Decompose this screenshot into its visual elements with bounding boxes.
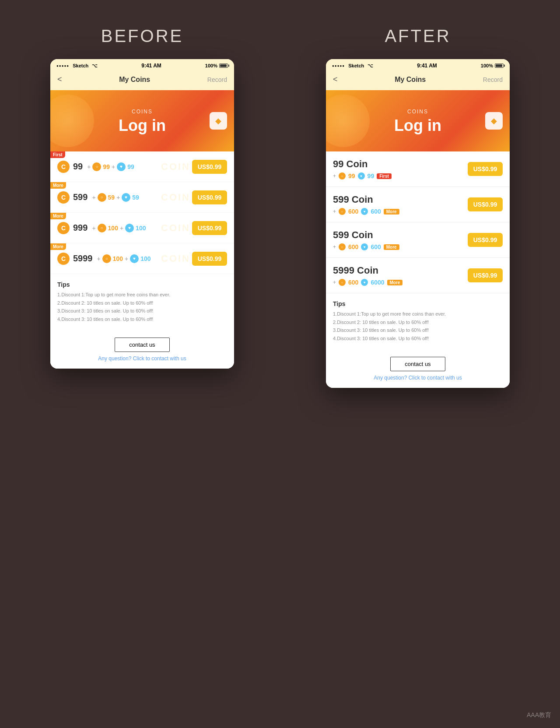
before-status-right: 100%: [205, 63, 228, 68]
before-coin-item-3: More COIN C 5999 + ○ 100 + ♥ 100 US$0.99: [50, 243, 234, 274]
after-bonus-blue-icon-0: ♥: [358, 172, 365, 179]
after-phone-frame: ●●●●● Sketch ⌥ 9:41 AM 100% < My Coins R…: [326, 59, 510, 388]
before-back-button[interactable]: <: [57, 75, 62, 84]
before-hero-coins-label: COINS: [132, 109, 153, 115]
after-hero-banner: COINS Log in ◆: [326, 90, 510, 151]
after-status-right: 100%: [481, 63, 504, 68]
after-coin-sub-1: + ○ 600 ♥ 600 More: [333, 208, 468, 215]
after-contact-link[interactable]: Any question? Click to contact with us: [374, 375, 462, 381]
after-tips-title: Tips: [333, 300, 503, 307]
before-hero-diamond-btn[interactable]: ◆: [210, 112, 227, 130]
after-bonus-orange-2: 600: [348, 243, 358, 250]
before-nav-bar: < My Coins Record: [50, 70, 234, 90]
after-coin-info-1: 599 Coin + ○ 600 ♥ 600 More: [333, 194, 468, 215]
before-bonus-blue-icon-0: ♥: [117, 162, 126, 171]
after-bonus-blue-1: 600: [371, 208, 381, 215]
after-bonus-blue-0: 99: [368, 172, 374, 179]
before-battery-icon: [219, 63, 228, 68]
before-tip-0: 1.Discount 1:Top up to get more free coi…: [57, 291, 227, 299]
before-badge-0: First: [50, 151, 65, 158]
before-hero-login-text: Log in: [119, 116, 166, 135]
after-time: 9:41 AM: [417, 63, 437, 69]
before-hero-banner: COINS Log in ◆: [50, 90, 234, 151]
after-column: AFTER ●●●●● Sketch ⌥ 9:41 AM 100% < My C…: [293, 26, 542, 388]
before-coin-icons-2: C 999 + ○ 100 + ♥ 100: [57, 222, 192, 234]
before-bonus-orange-icon-0: ○: [92, 162, 101, 171]
before-tips-section: Tips 1.Discount 1:Top up to get more fre…: [50, 274, 234, 331]
before-amount-1: 599: [73, 192, 88, 202]
before-amount-3: 5999: [73, 253, 93, 264]
after-coin-sub-3: + ○ 600 ♥ 6000 More: [333, 279, 468, 286]
before-bonus-blue-icon-3: ♥: [130, 254, 139, 263]
after-bonus-orange-3: 600: [348, 279, 358, 286]
after-bonus-blue-icon-3: ♥: [361, 279, 368, 286]
after-badge-2: More: [384, 244, 399, 250]
after-bonus-orange-icon-0: ○: [339, 172, 346, 179]
after-hero-coins-label: COINS: [407, 109, 428, 115]
after-status-left: ●●●●● Sketch ⌥: [332, 63, 373, 69]
after-bonus-blue-2: 600: [371, 243, 381, 250]
after-badge-1: More: [384, 209, 399, 215]
before-nav-title: My Coins: [119, 76, 150, 84]
after-tip-3: 4.Discount 3: 10 titles on sale. Up to 6…: [333, 334, 503, 343]
after-buy-btn-3[interactable]: US$0.99: [468, 268, 503, 282]
after-coin-info-2: 599 Coin + ○ 600 ♥ 600 More: [333, 229, 468, 250]
after-signal-dots: ●●●●●: [332, 64, 345, 68]
after-record-button[interactable]: Record: [483, 76, 503, 83]
after-bonus-orange-icon-3: ○: [339, 279, 346, 286]
before-tip-1: 2.Discount 2: 10 titles on sale. Up to 6…: [57, 299, 227, 307]
after-battery-icon: [495, 63, 504, 68]
after-coin-info-3: 5999 Coin + ○ 600 ♥ 6000 More: [333, 265, 468, 286]
before-buy-btn-2[interactable]: US$0.99: [192, 221, 227, 235]
after-nav-title: My Coins: [395, 76, 426, 84]
before-buy-btn-1[interactable]: US$0.99: [192, 190, 227, 204]
before-column: BEFORE ●●●●● Sketch ⌥ 9:41 AM 100% < My …: [18, 26, 267, 369]
before-status-bar: ●●●●● Sketch ⌥ 9:41 AM 100%: [50, 59, 234, 70]
after-coin-name-2: 599 Coin: [333, 229, 468, 241]
before-tips-text: 1.Discount 1:Top up to get more free coi…: [57, 291, 227, 324]
before-label: BEFORE: [101, 26, 183, 46]
after-coin-name-0: 99 Coin: [333, 158, 468, 170]
after-contact-button[interactable]: contact us: [390, 357, 445, 371]
before-contact-section: contact us Any question? Click to contac…: [50, 331, 234, 369]
before-battery-pct: 100%: [205, 63, 217, 68]
after-buy-btn-1[interactable]: US$0.99: [468, 197, 503, 211]
after-contact-section: contact us Any question? Click to contac…: [326, 350, 510, 388]
before-contact-link[interactable]: Any question? Click to contact with us: [98, 355, 186, 362]
before-signal-dots: ●●●●●: [56, 64, 69, 68]
after-buy-btn-0[interactable]: US$0.99: [468, 162, 503, 176]
before-buy-btn-0[interactable]: US$0.99: [192, 160, 227, 174]
after-coin-sub-0: + ○ 99 ♥ 99 First: [333, 172, 468, 179]
before-bonus-blue-1: 59: [132, 194, 139, 201]
after-coin-item-1: 599 Coin + ○ 600 ♥ 600 More US$0.99: [326, 187, 510, 222]
before-bonus-orange-3: 100: [113, 255, 123, 262]
before-bonus-blue-3: 100: [140, 255, 150, 262]
before-wifi-icon: ⌥: [92, 63, 98, 69]
after-hero-login-text: Log in: [394, 116, 441, 135]
after-bonus-orange-1: 600: [348, 208, 358, 215]
after-coin-info-0: 99 Coin + ○ 99 ♥ 99 First: [333, 158, 468, 179]
after-badge-3: More: [387, 280, 403, 285]
after-nav-bar: < My Coins Record: [326, 70, 510, 90]
before-coin-icon-1: C: [57, 191, 70, 204]
after-wifi-icon: ⌥: [368, 63, 373, 69]
after-coin-item-3: 5999 Coin + ○ 600 ♥ 6000 More US$0.99: [326, 258, 510, 293]
before-record-button[interactable]: Record: [207, 76, 227, 83]
after-tip-0: 1.Discount 1:Top up to get more free coi…: [333, 310, 503, 318]
after-back-button[interactable]: <: [333, 75, 338, 84]
aaa-watermark: AAA教育: [527, 711, 551, 719]
before-badge-2: More: [50, 213, 66, 219]
before-buy-btn-3[interactable]: US$0.99: [192, 252, 227, 266]
before-amount-2: 999: [73, 223, 88, 233]
after-buy-btn-2[interactable]: US$0.99: [468, 233, 503, 247]
after-hero-diamond-btn[interactable]: ◆: [485, 112, 503, 130]
before-bonus-blue-0: 99: [127, 163, 134, 170]
before-coin-list: First COIN C 99 + ○ 99 + ♥ 99 US$0.99: [50, 151, 234, 274]
after-coin-list: 99 Coin + ○ 99 ♥ 99 First US$0.99: [326, 151, 510, 293]
before-contact-button[interactable]: contact us: [115, 338, 169, 352]
before-bonus-orange-icon-3: ○: [102, 254, 111, 263]
after-bonus-orange-icon-1: ○: [339, 208, 346, 215]
before-bonus-orange-1: 59: [108, 194, 115, 201]
after-badge-0: First: [377, 173, 392, 179]
before-coin-icons-3: C 5999 + ○ 100 + ♥ 100: [57, 253, 192, 265]
